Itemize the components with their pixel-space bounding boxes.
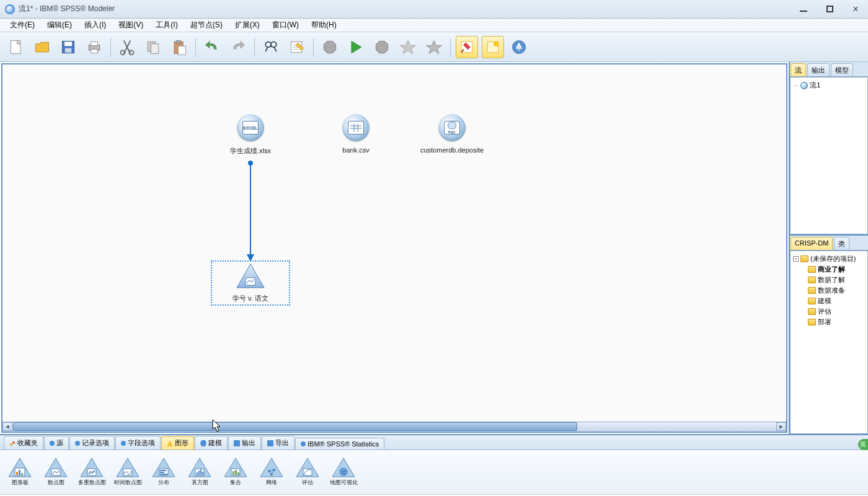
menu-supernode[interactable]: 超节点(S) [184,19,229,32]
save-button[interactable] [57,36,79,58]
pal-tab-statistics[interactable]: IBM® SPSS® Statistics [295,438,384,450]
menu-extensions[interactable]: 扩展(X) [229,19,266,32]
palette-item-label: 评估 [302,479,313,487]
menu-tools[interactable]: 工具(I) [149,19,184,32]
tree-label: 部署 [818,317,831,327]
pal-tab-sources[interactable]: 源 [44,436,69,450]
tree-label: 数据了解 [818,275,845,285]
scroll-right-button[interactable]: ► [776,422,786,431]
node-csv-source[interactable]: bank.csv [319,114,393,154]
favorite-add-button[interactable] [397,36,419,58]
title-bar: 流1* - IBM® SPSS® Modeler × [0,0,868,19]
folder-icon [808,298,816,304]
new-stream-button[interactable] [5,36,27,58]
copy-button[interactable] [142,36,164,58]
menu-file[interactable]: 文件(E) [4,19,41,32]
svg-rect-59 [202,472,203,475]
tree-item-data-prep[interactable]: 数据准备 [793,285,865,296]
tab-outputs[interactable]: 输出 [807,63,830,76]
plot-icon [236,263,265,289]
maximize-button[interactable] [822,4,837,15]
svg-rect-36 [234,440,240,446]
tree-label: (未保存的项目) [810,254,856,264]
palette-item-distribution[interactable]: 分布 [150,458,177,487]
svg-rect-3 [65,48,72,52]
palette-item-multiplot[interactable]: 多重散点图 [78,458,105,487]
menu-window[interactable]: 窗口(W) [266,19,305,32]
tree-collapse-icon[interactable]: − [793,256,799,262]
folder-icon [808,308,816,315]
node-plot[interactable]: 学号 v. 语文 [213,263,288,303]
pal-tab-favorites[interactable]: 收藏夹 [4,436,43,450]
menu-help[interactable]: 帮助(H) [305,19,343,32]
stop-button[interactable] [319,36,341,58]
palette-item-timeplot[interactable]: 时间散点图 [114,458,141,487]
palette-item-web[interactable]: 网络 [258,458,285,487]
open-button[interactable] [31,36,53,58]
tab-crispdm[interactable]: CRISP-DM [790,237,833,250]
crispdm-panel[interactable]: − (未保存的项目) 商业了解 数据了解 数据准备 建模 评估 部署 [790,250,868,434]
tab-models[interactable]: 模型 [831,63,853,76]
print-button[interactable] [83,36,105,58]
redo-button[interactable] [227,36,249,58]
tree-item-modeling[interactable]: 建模 [793,296,865,306]
tree-item-data-understanding[interactable]: 数据了解 [793,275,865,285]
manager-tabs: 流 输出 模型 [790,62,868,77]
close-button[interactable]: × [848,4,863,15]
svg-marker-19 [376,41,388,53]
palette-item-histogram[interactable]: 直方图 [186,458,213,487]
palette-item-plot[interactable]: 散点图 [42,458,69,487]
pal-tab-graphs[interactable]: 图形 [161,436,194,450]
pin-button[interactable] [456,36,478,58]
node-database-source[interactable]: SQL customerdb.deposite [415,114,489,154]
svg-rect-64 [237,472,239,475]
svg-rect-41 [19,470,20,475]
palette-item-label: 直方图 [192,479,208,487]
new-annotation-button[interactable] [482,36,504,58]
palette-item-mapviz[interactable]: 地图可视化 [330,458,357,487]
favorite-button[interactable] [423,36,445,58]
scroll-thumb[interactable] [13,422,577,431]
palette-item-collection[interactable]: 集合 [222,458,249,487]
project-tabs: CRISP-DM 类 [790,236,868,250]
tab-streams[interactable]: 流 [790,63,806,76]
node-excel-source[interactable]: EXCEL 学生成绩.xlsx [213,114,288,156]
database-icon: SQL [438,114,466,141]
edit-properties-button[interactable] [286,36,308,58]
cut-button[interactable] [116,36,138,58]
tree-item-deployment[interactable]: 部署 [793,317,865,327]
pal-tab-output[interactable]: 输出 [228,436,261,450]
stream-tree-item[interactable]: ··· 流1 [793,80,865,91]
pal-tab-field-ops[interactable]: 字段选项 [115,436,161,450]
streams-panel[interactable]: ··· 流1 [790,77,868,234]
pal-tab-modeling[interactable]: 建模 [195,436,228,450]
palette-item-evaluation[interactable]: 评估 [294,458,321,487]
find-button[interactable] [260,36,282,58]
run-button[interactable] [345,36,367,58]
pal-tab-record-ops[interactable]: 记录选项 [69,436,115,450]
node-label: customerdb.deposite [420,146,484,154]
menu-edit[interactable]: 编辑(E) [41,19,78,32]
palette-item-graphboard[interactable]: 图形板 [6,458,33,487]
scroll-left-button[interactable]: ◄ [2,422,12,431]
menu-insert[interactable]: 插入(I) [78,19,112,32]
run-selection-button[interactable] [371,36,393,58]
tree-item-business[interactable]: 商业了解 [793,264,865,275]
paste-button[interactable] [168,36,190,58]
tree-label: 数据准备 [818,286,845,295]
minimize-button[interactable] [796,4,811,15]
ime-language-badge[interactable]: 英 [858,439,868,450]
undo-button[interactable] [201,36,223,58]
stream-canvas[interactable]: EXCEL 学生成绩.xlsx 学号 v. 语文 bank.csv [1,63,787,433]
tree-root[interactable]: − (未保存的项目) [793,254,865,264]
menu-view[interactable]: 视图(V) [112,19,149,32]
zoom-button[interactable] [508,36,530,58]
tab-classes[interactable]: 类 [834,237,849,250]
canvas-h-scrollbar[interactable]: ◄ ► [2,422,786,432]
palette-item-label: 图形板 [12,479,29,487]
svg-rect-58 [200,469,202,475]
folder-icon [808,277,816,283]
connection-line[interactable] [250,164,251,255]
pal-tab-export[interactable]: 导出 [262,436,294,450]
tree-item-evaluation[interactable]: 评估 [793,306,865,317]
